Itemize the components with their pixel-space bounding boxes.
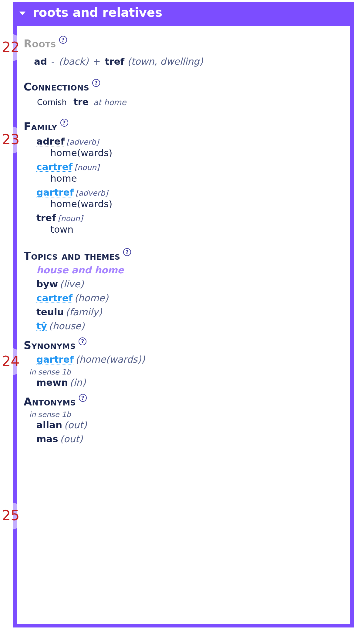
section-antonyms: Antonyms ? in sense 1b allan(out)mas(out… (24, 396, 338, 444)
help-icon[interactable]: ? (79, 394, 87, 402)
family-item: tref[noun] (36, 212, 338, 223)
help-icon[interactable]: ? (79, 337, 86, 345)
word-row: mewn(in) (36, 377, 338, 388)
word-row: mas(out) (36, 433, 338, 444)
word-gloss: (home(wards)) (76, 354, 145, 365)
section-synonyms: Synonyms ? gartref(home(wards)) in sense… (24, 339, 338, 388)
topic-name[interactable]: house and home (24, 265, 338, 275)
word-gloss: (in) (70, 377, 86, 388)
word-gloss: (family) (66, 306, 102, 317)
section-title-family: Family ? (24, 121, 338, 133)
word-gloss: (live) (60, 279, 84, 289)
section-topics: Topics and themes ? house and home byw(l… (24, 250, 338, 331)
word-gloss: (house) (49, 320, 85, 331)
word-row: tŷ(house) (36, 320, 338, 331)
connection-word[interactable]: tre (73, 97, 88, 107)
word-link[interactable]: allan (36, 419, 62, 430)
margin-annotation-25: 25 (2, 508, 20, 522)
family-definition: home (36, 173, 338, 184)
margin-annotation-24: 24 (2, 354, 20, 368)
part-of-speech: [adverb] (76, 189, 108, 197)
roots-and-relatives-panel: roots and relatives Roots ? ad - (back) … (13, 2, 354, 627)
part-of-speech: [adverb] (66, 138, 99, 146)
word-link[interactable]: cartref (36, 292, 72, 303)
sense-note: in sense 1b (24, 368, 338, 376)
panel-title: roots and relatives (33, 5, 162, 19)
panel-header[interactable]: roots and relatives (17, 2, 350, 26)
margin-annotation-22: 22 (2, 40, 20, 54)
section-roots: Roots ? ad - (back) + tref (town, dwelli… (24, 38, 338, 73)
word-gloss: (home) (74, 292, 108, 303)
family-definition: home(wards) (36, 147, 338, 158)
section-title-antonyms: Antonyms ? (24, 396, 338, 408)
family-item: adref[adverb] (36, 136, 338, 147)
section-connections: Connections ? Cornish tre at home (24, 81, 338, 113)
help-icon[interactable]: ? (123, 248, 131, 256)
section-title-roots: Roots ? (24, 38, 338, 50)
word-link[interactable]: teulu (36, 306, 64, 317)
family-word-link[interactable]: adref (36, 136, 65, 147)
section-title-connections: Connections ? (24, 81, 338, 93)
part-of-speech: [noun] (58, 214, 83, 223)
collapse-triangle-icon (19, 12, 25, 15)
family-item: gartref[adverb] (36, 187, 338, 198)
help-icon[interactable]: ? (60, 119, 68, 127)
connection-language: Cornish (37, 98, 67, 107)
roots-etymology: ad - (back) + tref (town, dwelling) (24, 52, 338, 73)
word-link[interactable]: byw (36, 279, 58, 289)
word-gloss: (out) (64, 419, 87, 430)
help-icon[interactable]: ? (92, 79, 100, 87)
family-definition: home(wards) (36, 198, 338, 209)
word-link[interactable]: mewn (36, 377, 68, 388)
word-row: teulu(family) (36, 306, 338, 317)
connection-row: Cornish tre at home (24, 95, 338, 113)
family-word-link[interactable]: tref (36, 212, 56, 223)
word-row: byw(live) (36, 279, 338, 289)
section-title-topics: Topics and themes ? (24, 250, 338, 262)
word-row: allan(out) (36, 419, 338, 430)
help-icon[interactable]: ? (59, 36, 67, 44)
family-definition: town (36, 224, 338, 235)
word-link[interactable]: mas (36, 433, 58, 444)
word-row: gartref(home(wards)) (36, 354, 338, 365)
family-word-link[interactable]: cartref (36, 161, 72, 172)
family-word-link[interactable]: gartref (36, 187, 74, 198)
section-title-synonyms: Synonyms ? (24, 339, 338, 351)
part-of-speech: [noun] (74, 163, 99, 172)
connection-gloss: at home (93, 98, 126, 107)
sense-note: in sense 1b (24, 410, 338, 419)
margin-annotation-23: 23 (2, 132, 20, 146)
word-row: cartref(home) (36, 292, 338, 303)
family-item: cartref[noun] (36, 161, 338, 172)
word-gloss: (out) (60, 433, 83, 444)
word-link[interactable]: tŷ (36, 320, 47, 331)
section-family: Family ? adref[adverb]home(wards)cartref… (24, 121, 338, 242)
word-link[interactable]: gartref (36, 354, 74, 365)
